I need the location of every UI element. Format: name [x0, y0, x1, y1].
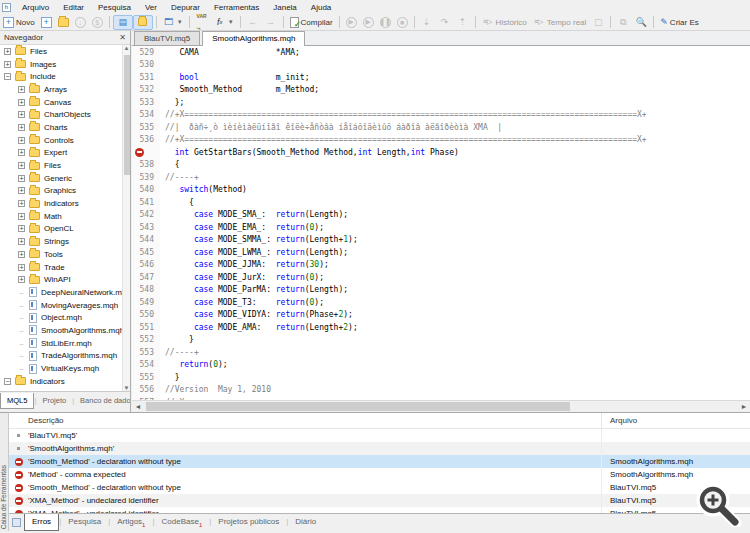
tree-item[interactable]: +Trade [0, 261, 122, 274]
tree-item[interactable]: +Strings [0, 235, 122, 248]
tree-expand-icon[interactable]: + [18, 162, 25, 169]
tree-expand-icon[interactable]: + [18, 200, 25, 207]
tree-item[interactable]: +WinAPI [0, 273, 122, 286]
scroll-right-icon[interactable]: ► [738, 401, 750, 412]
tree-item[interactable]: –VirtualKeys.mqh [0, 362, 122, 375]
profiler-history-button[interactable]: ≡▷ Histórico [479, 15, 530, 30]
problem-row[interactable]: 'Smooth_Method' - declaration without ty… [9, 455, 750, 468]
tree-item[interactable]: +Images [0, 58, 122, 71]
tree-expand-icon[interactable]: + [18, 264, 25, 271]
code-line[interactable]: 553//----+ [132, 346, 750, 359]
tree-expand-icon[interactable]: + [18, 124, 25, 131]
tree-item[interactable]: +Tools [0, 248, 122, 261]
tree-item[interactable]: –StdLibErr.mqh [0, 337, 122, 350]
code-line[interactable]: 550 case MODE_VIDYA: return(Phase+2); [132, 309, 750, 322]
problem-row[interactable]: 'Method' - comma expectedSmoothAlgorithm… [9, 468, 750, 481]
problem-row[interactable]: 'BlauTVI.mq5' [9, 429, 750, 442]
tree-item[interactable]: +Generic [0, 172, 122, 185]
tree-item[interactable]: +Controls [0, 134, 122, 147]
search-files-button[interactable]: 🔍 [632, 15, 650, 30]
code-line[interactable]: 538 { [132, 159, 750, 172]
debug-start-realtime-button[interactable]: ▶ [343, 15, 360, 30]
tree-item[interactable]: +Graphics [0, 185, 122, 198]
menu-item-janela[interactable]: Janela [266, 1, 304, 14]
navigator-tab-mql5[interactable]: MQL5 [0, 393, 34, 409]
tree-expand-icon[interactable]: + [18, 86, 25, 93]
debug-pause-button[interactable]: ❚❚ [377, 15, 394, 30]
profiler-realtime-button[interactable]: ≡▷ Tempo real [530, 15, 590, 30]
bottom-tab-projetos-públicos[interactable]: Projetos públicos [211, 514, 286, 531]
menu-item-ferramentas[interactable]: Ferramentas [207, 1, 266, 14]
tree-expand-icon[interactable]: + [18, 276, 25, 283]
menu-item-arquivo[interactable]: Arquivo [15, 1, 56, 14]
code-line[interactable]: 529 CAMA *AMA; [132, 46, 750, 59]
toggle-navigator-button[interactable] [133, 15, 153, 30]
problem-row[interactable]: 'XMA_Method' - undeclared identifierBlau… [9, 494, 750, 507]
tree-item[interactable]: –MovingAverages.mqh [0, 299, 122, 312]
tree-expand-icon[interactable]: + [18, 238, 25, 245]
scroll-up-icon[interactable]: ▲ [123, 45, 130, 51]
code-line[interactable]: 554 return(0); [132, 359, 750, 372]
tree-item[interactable]: +Math [0, 210, 122, 223]
tree-expand-icon[interactable]: + [18, 111, 25, 118]
code-line[interactable]: 541 { [132, 196, 750, 209]
tree-item[interactable]: +Files [0, 45, 122, 58]
step-out-button[interactable]: ⇡ [454, 15, 472, 30]
code-line[interactable]: 535//| ðàñ÷¸ò ìèíèìàëüíîãî êîëè÷åñòâà íå… [132, 121, 750, 134]
tree-expand-icon[interactable]: + [18, 213, 25, 220]
tree-expand-icon[interactable]: + [18, 187, 25, 194]
scroll-left-icon[interactable]: ◄ [132, 401, 144, 412]
navigator-tab-projeto[interactable]: Projeto [36, 393, 72, 408]
toolbox-side-strip[interactable]: Caixa de Ferramentas [0, 412, 9, 533]
watch-variables-button[interactable]: VAR⤳ [193, 15, 211, 30]
tree-expand-icon[interactable]: + [18, 251, 25, 258]
code-line[interactable]: 555 } [132, 371, 750, 384]
tree-item[interactable]: –DeepNeuralNetwork.mqh [0, 286, 122, 299]
tree-expand-icon[interactable]: + [18, 175, 25, 182]
menu-item-pesquisa[interactable]: Pesquisa [91, 1, 138, 14]
tree-expand-icon[interactable]: + [4, 48, 11, 55]
bottom-tab-diário[interactable]: Diário [288, 514, 323, 531]
tree-item[interactable]: +ChartObjects [0, 108, 122, 121]
code-line[interactable]: 548 case MODE_ParMA: return(Length); [132, 284, 750, 297]
code-line[interactable]: 530 [132, 59, 750, 72]
step-over-button[interactable]: ↷ [436, 15, 454, 30]
debug-stop-button[interactable]: ■ [394, 15, 411, 30]
code-line[interactable]: 551 case MODE_AMA: return(Length+2); [132, 321, 750, 334]
tree-item[interactable]: +Files [0, 159, 122, 172]
close-icon[interactable]: ✕ [119, 33, 126, 42]
tree-item[interactable]: +OpenCL [0, 223, 122, 236]
copy-button[interactable]: ⧉ [614, 15, 632, 30]
column-descricao[interactable]: Descrição [9, 416, 64, 425]
tree-item[interactable]: +Indicators [0, 197, 122, 210]
tree-item[interactable]: +Canvas [0, 96, 122, 109]
tree-expand-icon[interactable]: + [4, 61, 11, 68]
back-button[interactable]: ← [244, 15, 262, 30]
storage-download-button[interactable]: ↓ [72, 15, 89, 30]
tree-item[interactable]: –SmoothAlgorithms.mqh [0, 324, 122, 337]
menu-item-ajuda[interactable]: Ajuda [304, 1, 338, 14]
create-strategy-button[interactable]: ✎ Criar Es [657, 15, 701, 30]
bottom-tab-erros[interactable]: Erros [24, 514, 59, 531]
code-line[interactable]: 533 }; [132, 96, 750, 109]
menu-item-ver[interactable]: Ver [138, 1, 164, 14]
menu-item-depurar[interactable]: Depurar [164, 1, 207, 14]
code-editor[interactable]: 529 CAMA *AMA;530531 bool m_init;532 Smo… [132, 46, 750, 400]
forward-button[interactable]: → [262, 15, 280, 30]
code-line[interactable]: 531 bool m_init; [132, 71, 750, 84]
code-line[interactable]: 534//+X=================================… [132, 109, 750, 122]
new-file-button[interactable]: + Novo [0, 15, 38, 30]
bottom-tab-artigos[interactable]: Artigos1 [110, 514, 152, 531]
tree-item[interactable]: –TradeAlgorithms.mqh [0, 350, 122, 363]
problem-row[interactable]: 'Smooth_Method' - declaration without ty… [9, 481, 750, 494]
styler-button[interactable]: 🗔 ▼ [160, 15, 186, 30]
code-line[interactable]: 552 } [132, 334, 750, 347]
code-line[interactable]: 543 case MODE_EMA_: return(0); [132, 221, 750, 234]
profiler-stop-button[interactable]: ▢ [589, 15, 607, 30]
code-line[interactable]: 547 case MODE_JurX: return(0); [132, 271, 750, 284]
tree-item[interactable]: +Arrays [0, 83, 122, 96]
tree-expand-icon[interactable]: + [18, 149, 25, 156]
code-line[interactable]: 536//+X=================================… [132, 134, 750, 147]
add-file-button[interactable]: + [38, 15, 55, 30]
tree-item[interactable]: +Expert [0, 147, 122, 160]
